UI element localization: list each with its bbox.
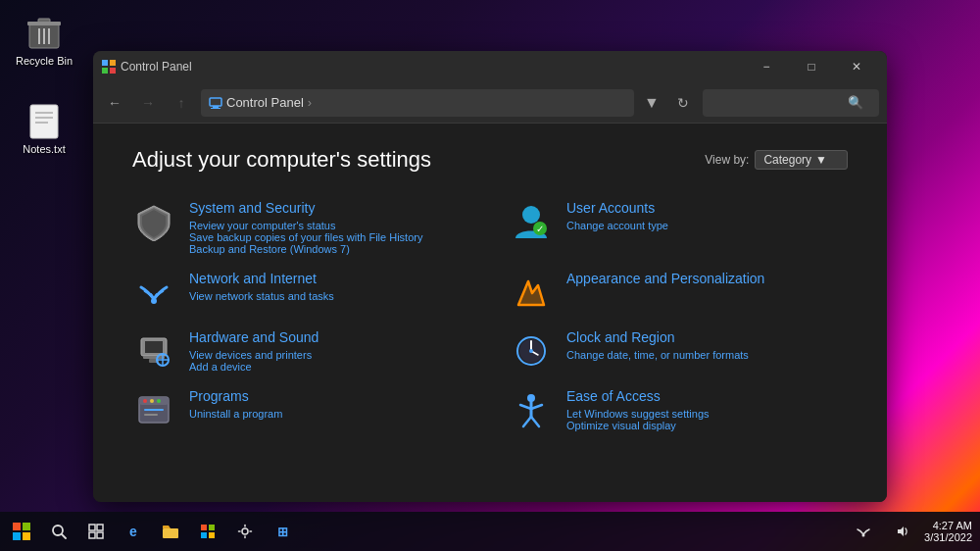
- svg-point-62: [862, 534, 865, 537]
- control-panel-window: Control Panel − □ ✕ ← → ↑ Control Panel …: [93, 51, 887, 502]
- widgets-button[interactable]: ⊞: [265, 514, 300, 549]
- svg-rect-11: [110, 60, 116, 66]
- category-clock-region[interactable]: Clock and Region Change date, time, or n…: [510, 329, 848, 373]
- up-button[interactable]: ↑: [168, 89, 195, 117]
- svg-text:✓: ✓: [536, 224, 544, 234]
- ease-of-access-info: Ease of Access Let Windows suggest setti…: [566, 388, 848, 431]
- programs-title[interactable]: Programs: [189, 388, 470, 404]
- svg-line-42: [520, 405, 531, 409]
- ease-of-access-link-1[interactable]: Optimize visual display: [566, 420, 848, 431]
- view-by-control: View by: Category ▼: [705, 150, 848, 170]
- svg-rect-54: [89, 532, 95, 538]
- taskbar-right: 4:27 AM 3/31/2022: [846, 514, 980, 549]
- category-system-security[interactable]: System and Security Review your computer…: [132, 200, 470, 255]
- svg-rect-2: [27, 22, 61, 25]
- appearance-title[interactable]: Appearance and Personalization: [566, 271, 848, 286]
- svg-rect-52: [89, 525, 95, 530]
- search-box[interactable]: 🔍: [703, 89, 879, 117]
- system-security-link-0[interactable]: Review your computer's status: [189, 220, 470, 231]
- window-title: Control Panel: [121, 60, 192, 74]
- svg-rect-49: [23, 532, 30, 540]
- network-internet-link-0[interactable]: View network status and tasks: [189, 290, 470, 302]
- refresh-button[interactable]: ↻: [669, 89, 697, 117]
- category-network-internet[interactable]: Network and Internet View network status…: [132, 271, 470, 314]
- clock-region-link-0[interactable]: Change date, time, or number formats: [566, 349, 848, 361]
- network-internet-title[interactable]: Network and Internet: [189, 271, 470, 286]
- minimize-button[interactable]: −: [744, 51, 789, 82]
- user-accounts-link-0[interactable]: Change account type: [566, 220, 848, 231]
- taskbar-left: e: [0, 514, 300, 549]
- content-area: Adjust your computer's settings View by:…: [93, 124, 887, 502]
- svg-rect-38: [144, 409, 164, 411]
- clock-date: 3/31/2022: [924, 531, 972, 543]
- programs-link-0[interactable]: Uninstall a program: [189, 408, 470, 420]
- clock-region-title[interactable]: Clock and Region: [566, 329, 848, 345]
- programs-info: Programs Uninstall a program: [189, 388, 470, 420]
- hardware-sound-title[interactable]: Hardware and Sound: [189, 329, 470, 345]
- svg-rect-13: [110, 68, 116, 74]
- ease-of-access-title[interactable]: Ease of Access: [566, 388, 848, 404]
- desktop-icon-notes[interactable]: Notes.txt: [10, 98, 78, 159]
- system-security-link-1[interactable]: Save backup copies of your files with Fi…: [189, 231, 470, 243]
- system-security-link-2[interactable]: Backup and Restore (Windows 7): [189, 243, 470, 255]
- user-accounts-title[interactable]: User Accounts: [566, 200, 848, 216]
- start-button[interactable]: [4, 514, 39, 549]
- svg-rect-58: [209, 525, 215, 530]
- svg-rect-10: [102, 60, 108, 66]
- edge-button[interactable]: e: [116, 514, 151, 549]
- path-separator: ›: [308, 95, 312, 110]
- task-view-button[interactable]: [78, 514, 114, 549]
- network-internet-icon: [132, 271, 175, 314]
- category-appearance[interactable]: Appearance and Personalization: [510, 271, 848, 314]
- address-path[interactable]: Control Panel ›: [201, 89, 634, 117]
- category-ease-of-access[interactable]: Ease of Access Let Windows suggest setti…: [510, 388, 848, 431]
- view-by-dropdown[interactable]: Category ▼: [755, 150, 848, 170]
- path-pc-icon: [209, 96, 222, 110]
- hardware-sound-link-0[interactable]: View devices and printers: [189, 349, 470, 361]
- svg-rect-16: [211, 108, 220, 109]
- hardware-sound-icon: [132, 329, 175, 373]
- search-input[interactable]: [710, 96, 848, 110]
- view-by-label: View by:: [705, 153, 749, 167]
- back-button[interactable]: ←: [101, 89, 128, 117]
- category-programs[interactable]: Programs Uninstall a program: [132, 388, 470, 431]
- svg-rect-22: [145, 341, 163, 353]
- volume-tray-icon[interactable]: [885, 514, 920, 549]
- svg-line-45: [531, 417, 539, 426]
- svg-point-36: [150, 399, 154, 403]
- svg-point-37: [157, 399, 161, 403]
- forward-button[interactable]: →: [134, 89, 162, 117]
- file-explorer-button[interactable]: [153, 514, 188, 549]
- close-button[interactable]: ✕: [834, 51, 879, 82]
- address-dropdown[interactable]: ▼: [640, 89, 663, 117]
- system-security-icon: [132, 200, 175, 243]
- svg-rect-46: [13, 523, 21, 530]
- network-tray-icon[interactable]: [846, 514, 881, 549]
- svg-rect-48: [13, 532, 21, 540]
- clock-region-icon: [510, 329, 553, 373]
- view-by-chevron-icon: ▼: [815, 153, 827, 167]
- notes-label: Notes.txt: [23, 143, 65, 155]
- system-security-title[interactable]: System and Security: [189, 200, 470, 216]
- svg-rect-59: [201, 532, 207, 538]
- taskbar-clock[interactable]: 4:27 AM 3/31/2022: [924, 520, 972, 543]
- control-panel-icon: [101, 59, 117, 75]
- svg-point-17: [522, 206, 540, 224]
- category-user-accounts[interactable]: ✓ User Accounts Change account type: [510, 200, 848, 255]
- store-button[interactable]: [190, 514, 225, 549]
- svg-rect-57: [201, 525, 207, 530]
- category-hardware-sound[interactable]: Hardware and Sound View devices and prin…: [132, 329, 470, 373]
- appearance-info: Appearance and Personalization: [566, 271, 848, 290]
- maximize-button[interactable]: □: [789, 51, 834, 82]
- svg-rect-15: [213, 106, 219, 108]
- svg-rect-6: [30, 105, 58, 138]
- ease-of-access-link-0[interactable]: Let Windows suggest settings: [566, 408, 848, 420]
- recycle-bin-label: Recycle Bin: [16, 55, 73, 67]
- desktop-icon-recycle-bin[interactable]: Recycle Bin: [10, 10, 78, 71]
- svg-rect-23: [143, 356, 165, 359]
- settings-taskbar-button[interactable]: [227, 514, 263, 549]
- hardware-sound-link-1[interactable]: Add a device: [189, 361, 470, 373]
- search-button[interactable]: [41, 514, 76, 549]
- recycle-bin-icon: [24, 14, 64, 53]
- systray: [846, 514, 920, 549]
